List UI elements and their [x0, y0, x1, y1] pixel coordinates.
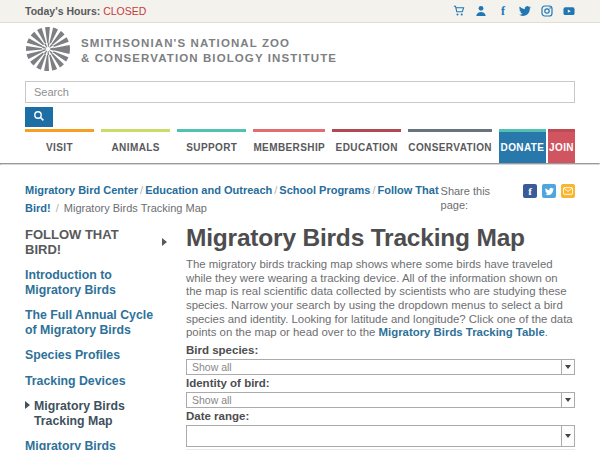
site-logo-text[interactable]: SMITHSONIAN'S NATIONAL ZOO & CONSERVATIO…: [81, 36, 337, 66]
nav-label: SUPPORT: [186, 142, 237, 153]
todays-hours: Today's Hours: CLOSED: [25, 5, 146, 17]
nav-label: ANIMALS: [112, 142, 160, 153]
breadcrumb-share-row: Migratory Bird Center/Education and Outr…: [0, 165, 600, 225]
main-navigation: VISIT ANIMALS SUPPORT MEMBERSHIP EDUCATI…: [25, 129, 575, 163]
nav-item-conservation[interactable]: CONSERVATION: [408, 129, 492, 163]
topbar-icon-group: f: [453, 5, 575, 17]
sidebar-heading[interactable]: FOLLOW THAT BIRD!: [25, 227, 167, 257]
youtube-icon[interactable]: [563, 5, 575, 17]
logo-line-2: & CONSERVATION BIOLOGY INSTITUTE: [81, 51, 337, 66]
donate-button[interactable]: DONATE: [499, 129, 546, 163]
main-column: Migratory Birds Tracking Map The migrato…: [167, 225, 575, 450]
email-share-icon[interactable]: [561, 184, 575, 198]
breadcrumb-link-education-and-outreach[interactable]: Education and Outreach: [145, 184, 272, 196]
logo-line-1: SMITHSONIAN'S NATIONAL ZOO: [81, 36, 337, 51]
smithsonian-sunburst-logo-icon[interactable]: [25, 26, 71, 76]
share-widget: Share this page: f: [441, 181, 575, 217]
identity-of-bird-select[interactable]: Show all: [186, 392, 575, 408]
bird-species-label: Bird species:: [186, 345, 575, 356]
content-area: FOLLOW THAT BIRD! Introduction to Migrat…: [0, 225, 600, 450]
breadcrumb: Migratory Bird Center/Education and Outr…: [25, 181, 441, 217]
bird-species-select[interactable]: Show all: [186, 359, 575, 375]
site-header: SMITHSONIAN'S NATIONAL ZOO & CONSERVATIO…: [0, 23, 600, 79]
facebook-icon[interactable]: f: [497, 5, 509, 17]
nav-label: MEMBERSHIP: [253, 142, 325, 153]
twitter-share-icon[interactable]: [542, 184, 556, 198]
breadcrumb-link-migratory-bird-center[interactable]: Migratory Bird Center: [25, 184, 138, 196]
page-title: Migratory Birds Tracking Map: [186, 225, 575, 251]
bird-species-value: Show all: [192, 361, 232, 373]
join-button[interactable]: JOIN: [548, 129, 575, 163]
nav-label: CONSERVATION: [408, 142, 492, 153]
chevron-down-icon: [561, 360, 574, 374]
nav-item-visit[interactable]: VISIT: [25, 129, 94, 163]
nav-label: EDUCATION: [336, 142, 398, 153]
nav-item-animals[interactable]: ANIMALS: [101, 129, 170, 163]
nav-item-membership[interactable]: MEMBERSHIP: [253, 129, 325, 163]
chevron-down-icon: [561, 393, 574, 407]
breadcrumb-link-school-programs[interactable]: School Programs: [279, 184, 370, 196]
hours-status: CLOSED: [103, 5, 146, 17]
twitter-icon[interactable]: [519, 5, 531, 17]
nav-item-education[interactable]: EDUCATION: [332, 129, 401, 163]
sidebar-item-full-annual-cycle[interactable]: The Full Annual Cycle of Migratory Birds: [25, 308, 167, 337]
search-icon: [33, 110, 45, 125]
breadcrumb-current: / Migratory Birds Tracking Map: [54, 202, 207, 214]
chevron-down-icon: [561, 426, 574, 446]
date-range-label: Date range:: [186, 411, 575, 422]
instagram-icon[interactable]: [541, 5, 553, 17]
tracking-table-link[interactable]: Migratory Birds Tracking Table: [379, 326, 545, 338]
search-button[interactable]: [25, 107, 53, 127]
sidebar-item-migratory-birds-tracking-table[interactable]: Migratory Birds Tracking Table: [25, 439, 167, 450]
sidebar-item-migratory-birds-tracking-map[interactable]: Migratory Birds Tracking Map: [25, 399, 167, 428]
nav-label: VISIT: [46, 142, 73, 153]
sidebar-item-species-profiles[interactable]: Species Profiles: [25, 348, 167, 363]
sidebar-item-introduction-to-migratory-birds[interactable]: Introduction to Migratory Birds: [25, 268, 167, 297]
search-input[interactable]: [25, 81, 575, 103]
account-icon[interactable]: [475, 5, 487, 17]
nav-item-support[interactable]: SUPPORT: [177, 129, 246, 163]
section-sidebar: FOLLOW THAT BIRD! Introduction to Migrat…: [25, 225, 167, 450]
hours-topbar: Today's Hours: CLOSED f: [0, 0, 600, 23]
hours-label: Today's Hours:: [25, 5, 100, 17]
intro-paragraph: The migratory birds tracking map shows w…: [186, 258, 575, 340]
sidebar-item-tracking-devices[interactable]: Tracking Devices: [25, 374, 167, 389]
share-label: Share this page:: [441, 184, 516, 212]
date-range-start-select[interactable]: [186, 425, 575, 447]
search-section: [0, 79, 600, 127]
identity-of-bird-value: Show all: [192, 394, 232, 406]
cart-icon[interactable]: [453, 5, 465, 17]
identity-of-bird-label: Identity of bird:: [186, 378, 575, 389]
facebook-share-icon[interactable]: f: [523, 184, 537, 198]
active-item-arrow-icon: [25, 401, 30, 409]
